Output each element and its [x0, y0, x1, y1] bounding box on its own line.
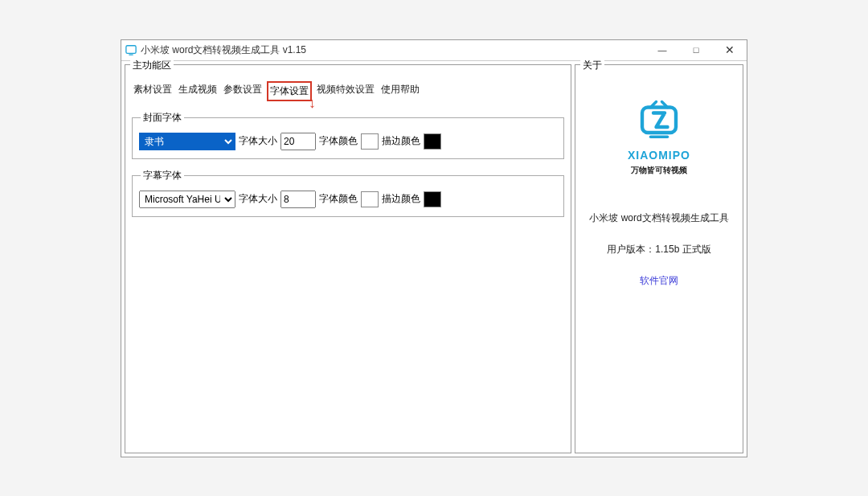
- about-version: 用户版本：1.15b 正式版: [607, 243, 710, 256]
- cover-font-row: 隶书 字体大小 字体颜色 描边颜色: [139, 133, 557, 150]
- main-legend: 主功能区: [130, 59, 174, 72]
- about-product-name: 小米坡 word文档转视频生成工具: [589, 211, 728, 225]
- main-panel: 主功能区 素材设置 生成视频 参数设置 字体设置 视频特效设置 使用帮助 ↓ 封…: [125, 64, 571, 453]
- about-panel: 关于 XIAOMIPO 万物皆可转视频 小米坡 word文档转视频生成工具 用户…: [575, 64, 743, 453]
- tab-effects[interactable]: 视频特效设置: [315, 81, 376, 101]
- about-legend: 关于: [580, 59, 604, 72]
- subtitle-size-label: 字体大小: [239, 192, 277, 206]
- logo-icon: [635, 99, 683, 144]
- minimize-button[interactable]: —: [645, 40, 679, 60]
- svg-rect-5: [649, 135, 669, 138]
- brand-text: XIAOMIPO: [628, 149, 690, 162]
- cover-size-label: 字体大小: [239, 134, 277, 148]
- subtitle-size-input[interactable]: [280, 191, 316, 208]
- cover-font-group: 封面字体 隶书 字体大小 字体颜色 描边颜色: [132, 111, 564, 159]
- tab-font-settings[interactable]: 字体设置: [267, 81, 312, 101]
- cover-stroke-label: 描边颜色: [382, 134, 420, 148]
- tab-materials[interactable]: 素材设置: [132, 81, 174, 101]
- tabs-row: 素材设置 生成视频 参数设置 字体设置 视频特效设置 使用帮助 ↓: [132, 81, 564, 101]
- subtitle-stroke-label: 描边颜色: [382, 192, 420, 206]
- svg-rect-0: [126, 46, 136, 54]
- close-button[interactable]: ✕: [713, 40, 747, 60]
- titlebar: 小米坡 word文档转视频生成工具 v1.15 — □ ✕: [121, 40, 747, 61]
- cover-color-label: 字体颜色: [319, 134, 358, 148]
- subtitle-stroke-color-swatch[interactable]: [424, 191, 441, 207]
- official-site-link[interactable]: 软件官网: [640, 274, 678, 288]
- logo-block: XIAOMIPO 万物皆可转视频: [591, 81, 727, 194]
- cover-size-input[interactable]: [280, 133, 316, 150]
- window-controls: — □ ✕: [645, 40, 747, 60]
- subtitle-font-select[interactable]: Microsoft YaHei UI: [139, 191, 235, 208]
- subtitle-font-group: 字幕字体 Microsoft YaHei UI 字体大小 字体颜色 描边颜色: [132, 169, 564, 217]
- cover-stroke-color-swatch[interactable]: [424, 133, 441, 150]
- maximize-button[interactable]: □: [679, 40, 713, 60]
- subtitle-font-legend: 字幕字体: [141, 169, 184, 182]
- tab-generate[interactable]: 生成视频: [177, 81, 219, 101]
- brand-slogan: 万物皆可转视频: [631, 165, 687, 176]
- cover-font-select[interactable]: 隶书: [139, 133, 235, 150]
- cover-font-legend: 封面字体: [141, 111, 184, 125]
- subtitle-font-row: Microsoft YaHei UI 字体大小 字体颜色 描边颜色: [139, 191, 557, 208]
- app-window: 小米坡 word文档转视频生成工具 v1.15 — □ ✕ 主功能区 素材设置 …: [121, 39, 747, 457]
- tab-help[interactable]: 使用帮助: [379, 81, 421, 101]
- content: 主功能区 素材设置 生成视频 参数设置 字体设置 视频特效设置 使用帮助 ↓ 封…: [121, 61, 747, 457]
- app-icon: [125, 43, 137, 56]
- arrow-icon: ↓: [309, 96, 316, 110]
- subtitle-font-color-swatch[interactable]: [361, 191, 379, 207]
- subtitle-color-label: 字体颜色: [319, 192, 358, 206]
- window-title: 小米坡 word文档转视频生成工具 v1.15: [141, 43, 645, 57]
- cover-font-color-swatch[interactable]: [361, 133, 379, 150]
- tab-params[interactable]: 参数设置: [222, 81, 264, 101]
